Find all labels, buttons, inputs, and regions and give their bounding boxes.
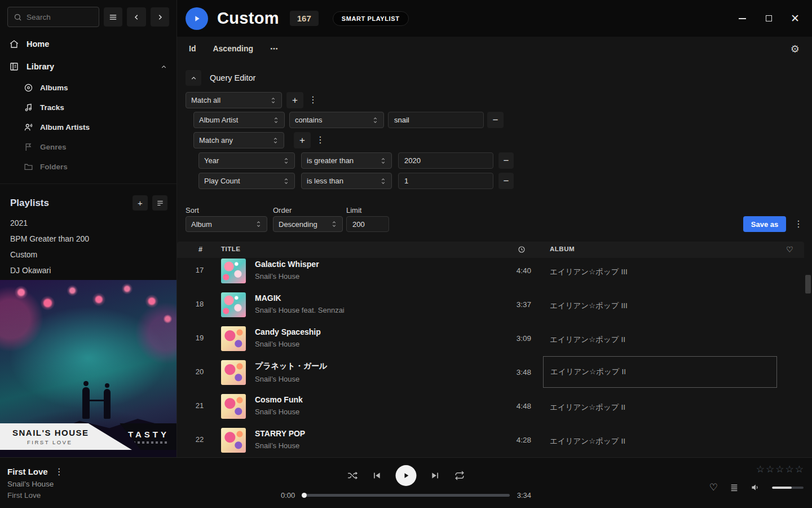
now-playing-artist[interactable]: Snail’s House — [7, 480, 64, 488]
match-type-select[interactable]: Match all — [186, 92, 282, 108]
sidebar-item-albums[interactable]: Albums — [0, 78, 176, 98]
limit-input[interactable] — [346, 216, 389, 232]
track-title: STARRY POP — [255, 429, 480, 438]
now-playing-album[interactable]: First Love — [7, 491, 64, 500]
sidebar-item-tracks[interactable]: Tracks — [0, 98, 176, 117]
rule-operator-value: is greater than — [307, 156, 354, 165]
column-index[interactable]: # — [198, 246, 202, 253]
scrollbar-thumb[interactable] — [805, 275, 811, 294]
total-time: 3:34 — [517, 491, 531, 500]
sidebar-item-folders[interactable]: Folders — [0, 157, 176, 177]
sort-field-button[interactable]: Id — [189, 44, 196, 53]
rule-operator-select[interactable]: is less than — [301, 173, 392, 189]
more-options-button[interactable]: ⋯ — [270, 44, 278, 53]
seek-knob[interactable] — [302, 493, 307, 498]
playlist-view-button[interactable] — [152, 195, 167, 211]
track-cover-art — [221, 428, 246, 453]
play-playlist-button[interactable] — [186, 7, 208, 30]
star-icon[interactable]: ☆ — [775, 463, 784, 475]
remove-rule-button[interactable]: − — [498, 173, 514, 189]
track-album-focused-cell[interactable]: エイリアン☆ポップ II — [543, 356, 777, 388]
track-artist: Snail’s House — [255, 375, 480, 383]
remove-rule-button[interactable]: − — [498, 152, 514, 169]
play-pause-button[interactable] — [396, 465, 417, 486]
column-album[interactable]: ALBUM — [550, 246, 575, 252]
group-options-button[interactable]: ⋮ — [316, 134, 325, 145]
add-rule-button[interactable]: + — [294, 132, 311, 148]
star-icon[interactable]: ☆ — [756, 463, 765, 475]
track-row[interactable]: 20 プラネット・ガールSnail’s House 3:48 エイリアン☆ポップ… — [177, 356, 804, 389]
sidebar-item-library[interactable]: Library — [0, 55, 176, 78]
select-arrows-icon — [283, 177, 289, 185]
playlist-item[interactable]: Custom — [0, 247, 176, 262]
favorite-heart-icon[interactable]: ♡ — [709, 483, 718, 492]
star-icon[interactable]: ☆ — [795, 463, 804, 475]
playlist-item[interactable]: BPM Greater than 200 — [0, 231, 176, 247]
page-title: Custom — [217, 9, 279, 28]
shuffle-icon — [347, 470, 358, 481]
now-playing-title[interactable]: First Love — [7, 467, 48, 476]
query-options-button[interactable]: ⋮ — [794, 218, 803, 229]
search-box[interactable] — [7, 7, 99, 27]
rule-field-select[interactable]: Year — [198, 152, 295, 169]
save-as-button[interactable]: Save as — [743, 216, 786, 232]
gear-icon[interactable]: ⚙ — [791, 43, 800, 55]
repeat-button[interactable] — [454, 470, 465, 481]
group-options-button[interactable]: ⋮ — [308, 94, 317, 105]
sidebar-item-home[interactable]: Home — [0, 33, 176, 55]
close-button[interactable]: ✕ — [791, 14, 800, 23]
rule-operator-select[interactable]: contains — [289, 112, 384, 128]
previous-button[interactable] — [372, 471, 382, 480]
playlist-item[interactable]: DJ Okawari — [0, 262, 176, 278]
track-duration: 4:40 — [482, 266, 531, 275]
volume-slider[interactable] — [772, 487, 804, 489]
track-row[interactable]: 19 Candy SpaceshipSnail’s House 3:09 エイリ… — [177, 322, 804, 356]
player-bar: First Love ⋮ Snail’s House First Love — [0, 457, 812, 508]
sort-select[interactable]: Album — [186, 216, 267, 232]
now-playing-options-button[interactable]: ⋮ — [55, 466, 64, 477]
forward-button[interactable] — [151, 7, 169, 27]
rule-value-input[interactable] — [398, 173, 493, 189]
album-art-figure — [83, 381, 89, 386]
volume-icon[interactable] — [751, 483, 760, 492]
next-button[interactable] — [431, 471, 440, 480]
shuffle-button[interactable] — [347, 470, 358, 481]
match-type-select[interactable]: Match any — [193, 132, 284, 148]
order-select[interactable]: Descending — [273, 216, 343, 232]
track-row[interactable]: 17 Galactic WhisperSnail’s House 4:40 エイ… — [177, 254, 804, 288]
rule-operator-select[interactable]: is greater than — [301, 152, 392, 169]
track-row[interactable]: 21 Cosmo FunkSnail’s House 4:48 エイリアン☆ポッ… — [177, 389, 804, 423]
search-input[interactable] — [27, 13, 89, 21]
sort-direction-button[interactable]: Ascending — [213, 44, 253, 53]
rule-field-select[interactable]: Play Count — [198, 173, 295, 189]
track-row[interactable]: 22 STARRY POPSnail’s House 4:28 エイリアン☆ポッ… — [177, 423, 804, 457]
track-number: 18 — [186, 300, 213, 308]
menu-button[interactable] — [104, 7, 122, 27]
volume-fill — [772, 487, 792, 489]
track-row[interactable]: 18 MAGIKSnail’s House feat. Sennzai 3:37… — [177, 288, 804, 322]
favorite-column-heart-icon[interactable]: ♡ — [786, 245, 793, 254]
rule-value-input[interactable] — [398, 152, 493, 169]
back-button[interactable] — [127, 7, 145, 27]
query-editor-title: Query Editor — [210, 73, 255, 82]
query-editor-collapse-button[interactable] — [186, 70, 201, 86]
column-title[interactable]: TITLE — [221, 246, 240, 252]
rule-value-input[interactable] — [388, 112, 484, 128]
star-icon[interactable]: ☆ — [785, 463, 794, 475]
maximize-button[interactable] — [764, 14, 773, 23]
sidebar-item-album-artists[interactable]: Album Artists — [0, 117, 176, 137]
queue-icon[interactable] — [730, 483, 739, 492]
add-playlist-button[interactable]: + — [133, 195, 148, 211]
sidebar-item-genres[interactable]: Genres — [0, 137, 176, 157]
smart-playlist-badge: SMART PLAYLIST — [333, 11, 409, 26]
add-rule-button[interactable]: + — [286, 92, 303, 108]
now-playing-album-art[interactable]: SNAIL'S HOUSE FIRST LOVE TASTY — [0, 280, 176, 457]
playlist-item[interactable]: 2021 — [0, 215, 176, 231]
rule-field-select[interactable]: Album Artist — [193, 112, 285, 128]
remove-rule-button[interactable]: − — [487, 112, 504, 128]
minimize-button[interactable] — [738, 14, 747, 23]
star-icon[interactable]: ☆ — [766, 463, 774, 475]
home-label: Home — [27, 40, 49, 49]
track-artist: Snail’s House — [255, 441, 480, 450]
seek-slider[interactable] — [302, 494, 509, 497]
